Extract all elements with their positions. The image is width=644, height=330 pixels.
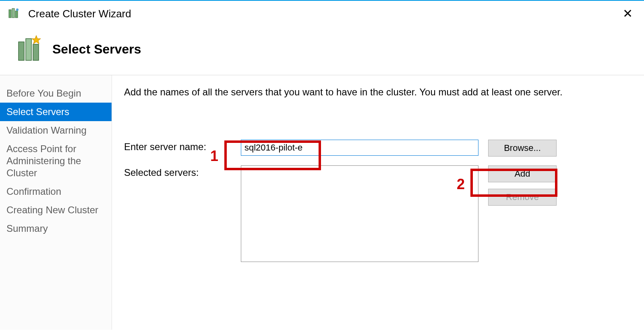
sidebar-item-select-servers[interactable]: Select Servers xyxy=(0,103,112,121)
add-button[interactable]: Add xyxy=(488,165,557,182)
server-name-label: Enter server name: xyxy=(124,140,241,153)
wizard-sidebar: Before You Begin Select Servers Validati… xyxy=(0,75,112,330)
page-title: Select Servers xyxy=(52,42,141,57)
wizard-body: Before You Begin Select Servers Validati… xyxy=(0,75,644,330)
sidebar-item-summary[interactable]: Summary xyxy=(0,219,112,238)
svg-rect-6 xyxy=(33,44,39,60)
servers-icon xyxy=(15,35,44,64)
close-icon[interactable]: ✕ xyxy=(619,8,637,20)
svg-rect-2 xyxy=(15,11,18,18)
instruction-text: Add the names of all the servers that yo… xyxy=(124,87,633,98)
selected-servers-row: Selected servers: Add Remove xyxy=(124,165,633,262)
sidebar-item-creating-new-cluster[interactable]: Creating New Cluster xyxy=(0,201,112,219)
sidebar-item-access-point[interactable]: Access Point for Administering the Clust… xyxy=(0,140,112,182)
svg-rect-0 xyxy=(9,10,11,18)
sidebar-item-confirmation[interactable]: Confirmation xyxy=(0,182,112,201)
wizard-main: Add the names of all the servers that yo… xyxy=(112,75,644,330)
browse-button[interactable]: Browse... xyxy=(488,140,557,157)
wizard-icon xyxy=(7,7,20,20)
sidebar-item-before-you-begin[interactable]: Before You Begin xyxy=(0,84,112,103)
page-header: Select Servers xyxy=(0,25,644,75)
svg-rect-4 xyxy=(19,42,24,60)
server-name-input[interactable] xyxy=(241,140,478,156)
server-name-row: Enter server name: Browse... xyxy=(124,140,633,157)
svg-rect-1 xyxy=(12,8,14,18)
sidebar-item-validation-warning[interactable]: Validation Warning xyxy=(0,121,112,140)
selected-servers-label: Selected servers: xyxy=(124,165,241,178)
window-title: Create Cluster Wizard xyxy=(28,8,619,20)
titlebar: Create Cluster Wizard ✕ xyxy=(0,1,644,25)
svg-point-3 xyxy=(16,8,19,11)
svg-marker-7 xyxy=(32,35,41,44)
selected-servers-listbox[interactable] xyxy=(241,165,478,262)
svg-rect-5 xyxy=(26,39,31,60)
remove-button: Remove xyxy=(488,189,557,206)
